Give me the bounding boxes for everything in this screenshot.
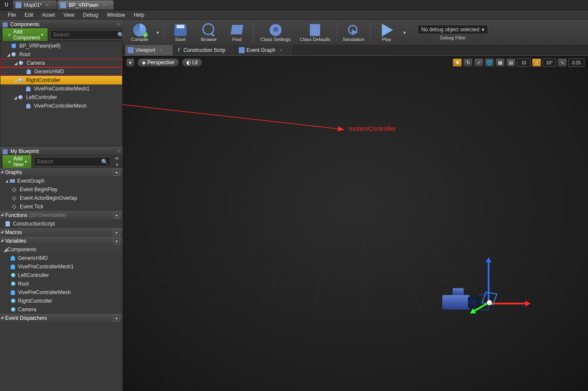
annotation-label: motionController — [349, 125, 396, 132]
blueprint-icon — [60, 2, 66, 8]
expand-arrow-icon[interactable]: ◢ — [13, 95, 18, 100]
grid-snap-value[interactable]: 10 — [517, 58, 531, 67]
find-button[interactable]: Find — [223, 21, 251, 45]
play-button[interactable]: Play — [373, 21, 400, 45]
components-panel-tab[interactable]: Components × — [0, 20, 123, 28]
scale-snap-button[interactable]: ⤡ — [558, 58, 567, 67]
components-search[interactable]: 🔍 — [50, 30, 127, 39]
title-tab-label: Map01* — [24, 2, 42, 8]
event-row[interactable]: Event Tick — [0, 202, 123, 211]
component-label: BP_VRPawn(self) — [19, 43, 60, 49]
class-settings-button[interactable]: Class Settings — [256, 21, 295, 45]
component-row[interactable]: VivePreControllerMesh1 — [0, 84, 122, 93]
title-tab-map[interactable]: Map01* × — [13, 0, 57, 10]
section-event-dispatchers[interactable]: Event Dispatchers + — [0, 314, 123, 322]
compile-button[interactable]: Compile — [126, 21, 153, 45]
event-row[interactable]: Event ActorBeginOverlap — [0, 194, 123, 202]
menu-bar: File Edit Asset View Debug Window Help — [0, 10, 588, 20]
component-row[interactable]: VivePreControllerMesh — [0, 102, 122, 110]
variable-row[interactable]: Root — [0, 280, 123, 288]
add-new-button[interactable]: ＋ Add New ▾ — [3, 154, 31, 169]
close-icon[interactable]: × — [117, 21, 120, 27]
view-options-button[interactable]: 👁▾ — [114, 156, 120, 168]
search-input[interactable] — [37, 159, 101, 165]
close-icon[interactable]: × — [159, 48, 162, 53]
class-defaults-button[interactable]: Class Defaults — [296, 21, 334, 45]
section-functions[interactable]: Functions (20 Overridable) + — [0, 211, 123, 220]
evt-icon — [12, 204, 18, 210]
angle-snap-button[interactable]: △ — [532, 58, 541, 67]
my-blueprint-search[interactable]: 🔍 — [34, 157, 111, 166]
component-label: GenericHMD — [34, 69, 64, 75]
component-row[interactable]: ◢LeftController — [0, 93, 122, 102]
lit-mode-button[interactable]: ◐ Lit — [182, 58, 203, 67]
transform-move-button[interactable]: ✥ — [453, 58, 462, 67]
svg-line-0 — [123, 105, 344, 129]
tab-construction-script[interactable]: f Construction Scrip — [173, 45, 236, 55]
variable-row[interactable]: LeftController — [0, 271, 123, 280]
close-icon[interactable]: × — [279, 48, 282, 53]
variable-row[interactable]: Camera — [0, 305, 123, 314]
component-row[interactable]: GenericHMD — [0, 67, 122, 76]
compile-dropdown[interactable]: ▾ — [154, 30, 161, 36]
save-button[interactable]: Save — [167, 21, 194, 45]
search-input[interactable] — [53, 32, 117, 38]
transform-gizmo-icon[interactable] — [479, 257, 531, 317]
variables-subheader[interactable]: ◢ Components — [0, 245, 123, 254]
menu-view[interactable]: View — [59, 12, 79, 18]
variable-row[interactable]: GenericHMD — [0, 254, 123, 262]
angle-snap-value[interactable]: 10° — [543, 58, 556, 67]
close-icon[interactable]: × — [46, 2, 49, 8]
title-tab-blueprint[interactable]: BP_VRPawn × — [57, 0, 113, 10]
add-dispatcher-button[interactable]: + — [113, 315, 120, 322]
add-macro-button[interactable]: + — [113, 229, 120, 236]
play-dropdown[interactable]: ▾ — [401, 30, 408, 36]
add-function-button[interactable]: + — [113, 212, 120, 219]
expand-arrow-icon[interactable]: ◢ — [13, 78, 18, 83]
view-mode-button[interactable]: ◈ Perspective — [137, 58, 179, 67]
transform-rotate-button[interactable]: ↻ — [463, 58, 473, 67]
viewport[interactable]: ▾ ◈ Perspective ◐ Lit ✥ ↻ ⤢ 🌐 ▦ ▤ 10 △ — [123, 56, 588, 391]
section-graphs[interactable]: Graphs + — [0, 168, 123, 177]
expand-arrow-icon[interactable]: ◢ — [14, 61, 18, 66]
scale-snap-value[interactable]: 0.25 — [568, 58, 585, 67]
close-icon[interactable]: × — [103, 2, 106, 8]
add-graph-button[interactable]: + — [113, 169, 120, 176]
coord-space-button[interactable]: 🌐 — [485, 58, 494, 67]
component-row[interactable]: ◢RightController — [0, 76, 122, 84]
simulation-icon — [348, 25, 357, 34]
expand-arrow-icon[interactable]: ◢ — [6, 52, 11, 57]
surface-snap-button[interactable]: ▦ — [495, 58, 505, 67]
menu-file[interactable]: File — [3, 12, 20, 18]
menu-window[interactable]: Window — [102, 12, 129, 18]
close-icon[interactable]: × — [117, 148, 120, 154]
add-variable-button[interactable]: + — [113, 238, 120, 244]
browse-button[interactable]: Browse — [195, 21, 222, 45]
add-component-button[interactable]: ＋ Add Component ▾ — [3, 27, 48, 42]
menu-help[interactable]: Help — [129, 12, 149, 18]
tab-event-graph[interactable]: Event Graph × — [236, 45, 293, 55]
variable-row[interactable]: VivePreControllerMesh — [0, 288, 123, 297]
grid-snap-button[interactable]: ▤ — [506, 58, 516, 67]
simulation-button[interactable]: Simulation — [340, 21, 367, 45]
menu-debug[interactable]: Debug — [79, 12, 102, 18]
section-macros[interactable]: Macros + — [0, 228, 123, 237]
component-row[interactable]: ◢Root — [0, 50, 122, 59]
component-row[interactable]: BP_VRPawn(self) — [0, 42, 122, 50]
event-row[interactable]: Event BeginPlay — [0, 185, 123, 194]
component-row[interactable]: ◢Camera — [0, 59, 122, 67]
scene-icon — [18, 60, 25, 66]
variable-row[interactable]: RightController — [0, 297, 123, 305]
debug-object-select[interactable]: No debug object selected ▾ — [417, 25, 488, 34]
var-mesh-icon — [10, 289, 16, 295]
section-variables[interactable]: Variables + — [0, 237, 123, 245]
menu-edit[interactable]: Edit — [20, 12, 38, 18]
viewport-options-button[interactable]: ▾ — [126, 58, 135, 67]
variable-row[interactable]: VivePreControllerMesh1 — [0, 262, 123, 271]
my-blueprint-panel-tab[interactable]: My Blueprint × — [0, 147, 123, 155]
menu-asset[interactable]: Asset — [38, 12, 59, 18]
graph-row[interactable]: ◢EventGraph — [0, 177, 123, 185]
function-row[interactable]: ConstructionScript — [0, 220, 123, 228]
tab-viewport[interactable]: Viewport × — [125, 45, 173, 55]
transform-scale-button[interactable]: ⤢ — [474, 58, 483, 67]
